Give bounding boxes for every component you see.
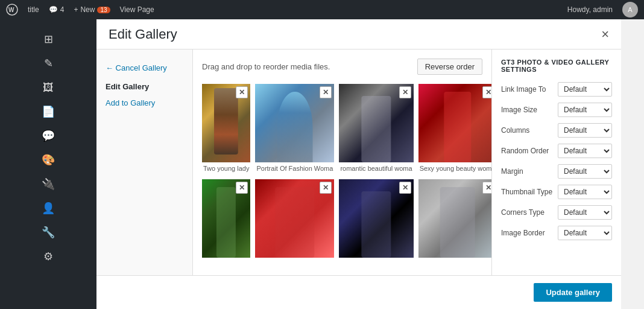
view-page-link[interactable]: View Page <box>120 5 154 14</box>
gallery-item-remove-2[interactable]: ✕ <box>320 86 332 98</box>
image-size-label: Image Size <box>501 106 558 114</box>
settings-row-thumbnail-type: Thumbnail Type Default Square Circle <box>501 185 612 199</box>
sidebar-icon-media[interactable]: 🖼 <box>37 77 59 98</box>
modal-title: Edit Gallery <box>109 27 177 42</box>
gallery-item: ✕ <box>255 179 334 258</box>
wp-logo-item: W <box>6 4 18 16</box>
gallery-item: ✕ Two young lady <box>202 84 250 174</box>
gallery-item: ✕ <box>202 179 250 258</box>
corners-type-label: Corners Type <box>501 208 558 217</box>
link-image-to-select[interactable]: Default None Custom <box>558 82 612 97</box>
add-to-gallery-link[interactable]: Add to Gallery <box>96 94 192 112</box>
settings-row-link-image-to: Link Image To Default None Custom <box>501 82 612 97</box>
sidebar-icon-posts[interactable]: ✎ <box>37 53 59 74</box>
gallery-item: ✕ <box>418 179 491 258</box>
user-avatar: A <box>622 2 638 18</box>
sidebar-icon-pages[interactable]: 📄 <box>37 101 59 123</box>
modal-footer: Update gallery <box>96 275 621 309</box>
settings-panel: GT3 PHOTO & VIDEO GALLERY SETTINGS Link … <box>491 49 621 275</box>
settings-row-image-size: Image Size Default Thumbnail Medium Larg… <box>501 103 612 117</box>
edit-gallery-modal: Edit Gallery × ← Cancel Gallery Edit Gal… <box>96 19 621 309</box>
content-area: Edit Gallery × ← Cancel Gallery Edit Gal… <box>96 19 644 309</box>
sidebar-icon-plugins[interactable]: 🔌 <box>37 173 59 195</box>
modal-body: ← Cancel Gallery Edit Gallery Add to Gal… <box>96 49 621 275</box>
gallery-item-remove-3[interactable]: ✕ <box>399 86 411 98</box>
gallery-item-caption-1: Two young lady <box>202 162 250 174</box>
gallery-item: ✕ Sexy young beauty woma <box>418 84 491 174</box>
modal-main-content: Drag and drop to reorder media files. Re… <box>193 49 621 275</box>
settings-row-margin: Margin Default None Small Large <box>501 164 612 179</box>
update-gallery-button[interactable]: Update gallery <box>534 283 612 302</box>
gallery-item-remove-1[interactable]: ✕ <box>236 86 248 98</box>
thumbnail-type-label: Thumbnail Type <box>501 188 558 196</box>
gallery-item-remove-7[interactable]: ✕ <box>399 182 411 194</box>
reverse-order-button[interactable]: Reverse order <box>417 59 482 75</box>
new-count-badge: 13 <box>97 7 110 13</box>
link-image-to-label: Link Image To <box>501 85 558 94</box>
gallery-item-caption-4: Sexy young beauty woma <box>418 162 491 174</box>
gallery-item-caption-2: Portrait Of Fashion Woma <box>255 162 334 174</box>
comment-icon: 💬 <box>49 5 58 14</box>
gallery-item: ✕ romantic beautiful woma <box>339 84 413 174</box>
gallery-item: ✕ <box>339 179 413 258</box>
new-items[interactable]: + New 13 <box>74 5 110 14</box>
admin-bar: W title 💬 4 + New 13 View Page Howdy, ad… <box>0 0 644 19</box>
image-border-select[interactable]: Default None Thin Thick <box>558 226 612 240</box>
modal-sidebar: ← Cancel Gallery Edit Gallery Add to Gal… <box>96 49 193 275</box>
sidebar-icon-tools[interactable]: 🔧 <box>37 221 59 243</box>
modal-header: Edit Gallery × <box>96 19 621 49</box>
cancel-gallery-link[interactable]: ← Cancel Gallery <box>96 59 192 77</box>
plus-icon: + <box>74 5 78 14</box>
random-order-label: Random Order <box>501 147 558 155</box>
edit-gallery-sidebar-label: Edit Gallery <box>96 77 192 94</box>
settings-row-random-order: Random Order Default Yes No <box>501 144 612 158</box>
sidebar-icon-dashboard[interactable]: ⊞ <box>37 28 59 50</box>
gallery-toolbar: Drag and drop to reorder media files. Re… <box>202 59 482 75</box>
settings-row-image-border: Image Border Default None Thin Thick <box>501 226 612 240</box>
columns-select[interactable]: Default 1 2 3 4 <box>558 123 612 138</box>
gallery-area: Drag and drop to reorder media files. Re… <box>193 49 491 275</box>
modal-close-button[interactable]: × <box>601 28 609 41</box>
gallery-grid: ✕ Two young lady ✕ <box>202 84 482 258</box>
drag-drop-instructions: Drag and drop to reorder media files. <box>202 62 330 71</box>
random-order-select[interactable]: Default Yes No <box>558 144 612 158</box>
sidebar-icon-comments[interactable]: 💬 <box>37 125 59 147</box>
settings-panel-title: GT3 PHOTO & VIDEO GALLERY SETTINGS <box>501 59 612 73</box>
wp-sidebar: ⊞ ✎ 🖼 📄 💬 🎨 🔌 👤 🔧 ⚙ <box>0 19 96 309</box>
sidebar-icon-appearance[interactable]: 🎨 <box>37 149 59 171</box>
gallery-item-remove-5[interactable]: ✕ <box>236 182 248 194</box>
sidebar-icon-users[interactable]: 👤 <box>37 197 59 219</box>
gallery-item-caption-3: romantic beautiful woma <box>339 162 413 174</box>
svg-text:W: W <box>8 7 14 13</box>
howdy-text: Howdy, admin <box>567 5 613 14</box>
site-title[interactable]: title <box>28 5 39 14</box>
gallery-item-remove-4[interactable]: ✕ <box>482 86 491 98</box>
gallery-item-remove-8[interactable]: ✕ <box>482 182 491 194</box>
wordpress-icon: W <box>6 4 18 16</box>
columns-label: Columns <box>501 126 558 135</box>
image-size-select[interactable]: Default Thumbnail Medium Large <box>558 103 612 117</box>
gallery-item: ✕ Portrait Of Fashion Woma <box>255 84 334 174</box>
image-border-label: Image Border <box>501 229 558 237</box>
margin-select[interactable]: Default None Small Large <box>558 164 612 179</box>
settings-row-corners-type: Corners Type Default Rounded Sharp <box>501 205 612 220</box>
settings-row-columns: Columns Default 1 2 3 4 <box>501 123 612 138</box>
gallery-item-remove-6[interactable]: ✕ <box>320 182 332 194</box>
sidebar-icon-settings[interactable]: ⚙ <box>37 246 59 267</box>
corners-type-select[interactable]: Default Rounded Sharp <box>558 205 612 220</box>
thumbnail-type-select[interactable]: Default Square Circle <box>558 185 612 199</box>
margin-label: Margin <box>501 167 558 176</box>
comments-count[interactable]: 💬 4 <box>49 5 65 14</box>
